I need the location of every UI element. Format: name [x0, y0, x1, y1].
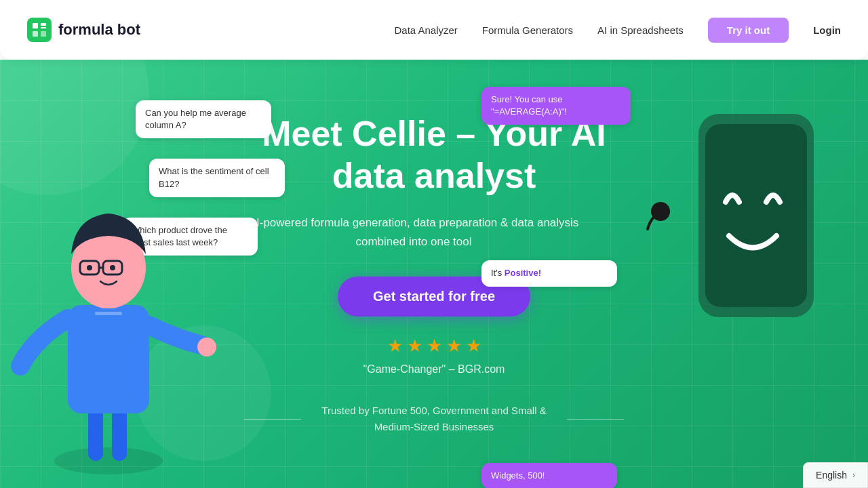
- svg-rect-9: [68, 305, 149, 413]
- svg-rect-4: [33, 31, 38, 37]
- positive-word: Positive!: [505, 268, 541, 278]
- logo[interactable]: formula bot: [27, 18, 140, 42]
- nav-ai-spreadsheets[interactable]: AI in Spreadsheets: [597, 24, 684, 36]
- svg-rect-1: [33, 23, 38, 28]
- nav-formula-generators[interactable]: Formula Generators: [482, 24, 573, 36]
- robot-illustration: [665, 94, 841, 351]
- svg-rect-20: [705, 124, 807, 307]
- svg-rect-18: [95, 312, 122, 315]
- try-it-out-button[interactable]: Try it out: [708, 18, 789, 43]
- chat-bubble-1: Can you help me average column A?: [136, 100, 271, 138]
- svg-point-16: [87, 265, 92, 270]
- chat-bubble-right-3: Widgets, 500!: [481, 463, 617, 488]
- star-1: ★: [387, 336, 403, 357]
- star-5: ★: [466, 336, 481, 357]
- header: formula bot Data Analyzer Formula Genera…: [0, 0, 868, 60]
- login-button[interactable]: Login: [813, 24, 841, 36]
- svg-point-10: [197, 338, 216, 357]
- logo-text: formula bot: [58, 21, 140, 39]
- svg-rect-0: [27, 18, 52, 42]
- language-label: English: [816, 470, 847, 481]
- svg-point-6: [54, 447, 163, 474]
- logo-icon: [27, 18, 52, 42]
- nav-data-analyzer[interactable]: Data Analyzer: [394, 24, 457, 36]
- star-4: ★: [446, 336, 462, 357]
- svg-rect-2: [41, 23, 46, 26]
- svg-rect-7: [88, 407, 103, 461]
- chat-bubble-right-1: Sure! You can use "=AVERAGE(A:A)"!: [481, 87, 631, 125]
- chat-bubbles-right: Sure! You can use "=AVERAGE(A:A)"! It's …: [481, 87, 631, 488]
- svg-rect-3: [41, 27, 46, 28]
- language-selector[interactable]: English ›: [803, 462, 868, 488]
- character-illustration: [0, 149, 217, 488]
- nav: Data Analyzer Formula Generators AI in S…: [394, 18, 841, 43]
- chevron-right-icon: ›: [852, 470, 855, 480]
- svg-point-17: [110, 265, 115, 270]
- svg-rect-8: [112, 407, 127, 461]
- star-2: ★: [407, 336, 422, 357]
- hero-section: Can you help me average column A? What i…: [0, 60, 868, 488]
- chat-bubble-right-2: It's Positive!: [481, 260, 617, 286]
- star-3: ★: [427, 336, 442, 357]
- svg-rect-5: [41, 31, 46, 37]
